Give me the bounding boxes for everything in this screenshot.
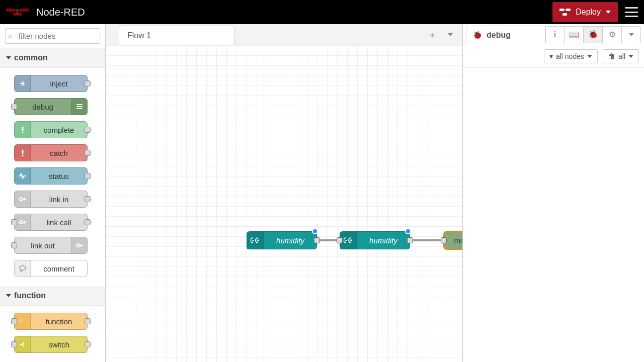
svg-rect-6 [22,127,23,131]
menu-button[interactable] [625,7,638,17]
svg-point-11 [20,221,23,224]
palette-sidebar: ⌕ commoninjectdebugcompletecatchstatusli… [0,24,106,362]
sidebar-debug-button[interactable]: 🐞 [584,26,603,43]
palette-node-inject[interactable]: inject [14,75,88,92]
add-flow-button[interactable]: ＋ [424,27,440,42]
bubble-icon [15,260,31,277]
svg-rect-4 [566,9,571,11]
sidebar-tab-debug[interactable]: 🐞 debug [466,26,545,44]
palette-node-complete[interactable]: complete [14,121,88,138]
input-port[interactable] [337,237,343,243]
palette-node-label: inject [31,79,87,88]
flow-node-n1[interactable]: humidity [247,231,317,249]
link-icon [71,237,87,253]
bug-icon: 🐞 [472,30,482,40]
output-port[interactable] [85,219,91,225]
output-port[interactable] [85,80,91,86]
flow-tab[interactable]: Flow 1 [119,26,234,45]
flow-node-label: humidity [264,236,316,245]
palette-node-link-in[interactable]: link in [14,191,88,208]
svg-rect-7 [22,132,23,133]
palette-node-label: function [31,317,87,326]
svg-rect-1 [20,9,29,12]
arrow-right-icon [15,75,31,92]
output-port[interactable] [85,196,91,202]
bang-icon [15,145,31,161]
palette-node-debug[interactable]: debug [14,98,88,115]
sidebar-help-button[interactable]: 📖 [565,26,584,43]
input-port[interactable] [441,237,447,243]
input-port[interactable] [11,219,17,225]
changed-indicator [405,228,411,234]
sidebar-config-button[interactable]: ⚙ [603,26,622,43]
debug-filter-dropdown[interactable]: ▾ all nodes [544,49,598,63]
palette-node-label: status [31,172,87,180]
brand: Node-RED [6,7,85,18]
deploy-icon [559,8,571,16]
palette-node-function[interactable]: ffunction [14,313,88,330]
app-header: Node-RED Deploy [0,0,644,24]
palette-node-catch[interactable]: catch [14,144,88,161]
palette-filter-input[interactable] [5,28,100,44]
output-port[interactable] [85,318,91,324]
sidebar-info-button[interactable]: i [545,26,565,43]
input-port[interactable] [11,318,17,324]
logo-icon [6,7,32,17]
flow-tabbar: Flow 1 ＋ [106,24,462,45]
palette-node-label: complete [31,126,87,134]
bang-icon [15,122,31,138]
debug-clear-dropdown[interactable]: 🗑 all [603,49,639,63]
palette-node-label: link out [15,241,71,250]
deploy-button[interactable]: Deploy [552,2,618,22]
output-port[interactable] [85,150,91,156]
palette-category-common[interactable]: common [0,48,105,68]
svg-point-12 [76,244,79,247]
output-port[interactable] [85,341,91,347]
palette-node-comment[interactable]: comment [14,260,88,277]
palette-node-link-call[interactable]: link call [14,214,88,231]
palette-node-link-out[interactable]: link out [14,237,88,254]
palette-node-status[interactable]: status [14,167,88,185]
right-sidebar: 🐞 debug i 📖 🐞 ⚙ ▾ all nodes 🗑 all [463,24,644,362]
palette-node-label: catch [31,149,87,157]
sidebar-more-button[interactable] [622,26,641,43]
flow-node-label: msg.payload [444,236,462,245]
svg-rect-3 [559,9,564,11]
link-icon [15,191,31,207]
palette-node-label: debug [15,103,71,111]
output-port[interactable] [407,237,413,243]
flow-node-n3[interactable]: msg.payload [444,231,462,249]
palette-node-label: comment [31,264,87,273]
input-port[interactable] [11,104,17,110]
svg-rect-0 [6,9,15,12]
palette-node-label: link call [31,218,87,227]
output-port[interactable] [314,237,320,243]
svg-text:f: f [20,318,23,325]
flow-node-n2[interactable]: humidity [340,231,410,249]
svg-rect-5 [562,13,567,16]
bars-icon [71,99,87,115]
palette-node-label: link in [31,195,87,204]
chevron-down-icon [606,11,611,14]
palette-node-label: switch [31,340,87,349]
svg-point-13 [20,266,26,270]
input-port[interactable] [11,242,17,248]
search-icon: ⌕ [9,32,13,39]
flow-canvas[interactable]: humidityhumiditymsg.payload [106,45,462,362]
pulse-icon [15,168,31,184]
debug-messages-panel [463,68,644,362]
svg-rect-9 [22,155,23,156]
arduino-icon [340,232,357,249]
chevron-down-icon [628,55,633,58]
flow-tabs-menu[interactable] [442,27,458,42]
filter-icon: ▾ [549,52,553,60]
brand-text: Node-RED [36,7,85,18]
output-port[interactable] [85,173,91,179]
palette-node-switch[interactable]: switch [14,336,88,353]
chevron-down-icon [6,294,11,297]
changed-indicator [312,228,318,234]
flow-node-label: humidity [357,236,410,245]
output-port[interactable] [85,127,91,133]
palette-category-function[interactable]: function [0,286,105,306]
input-port[interactable] [11,341,17,347]
